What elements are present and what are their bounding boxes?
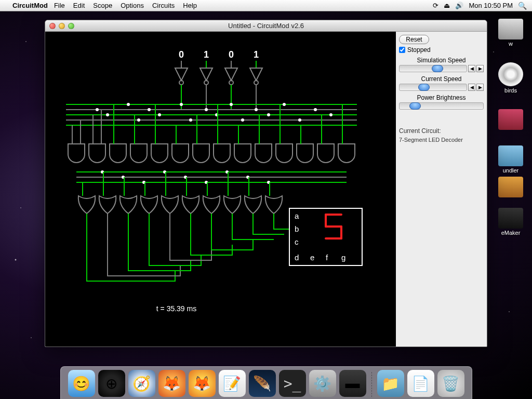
input-bit-0: 0	[179, 49, 184, 60]
titlebar[interactable]: Untitled - CircuitMod v2.6	[45, 20, 487, 32]
svg-text:e: e	[310, 253, 314, 262]
svg-point-17	[127, 103, 130, 106]
seven-seg-display	[326, 215, 341, 238]
menu-options[interactable]: Options	[121, 2, 144, 9]
cur-speed-left[interactable]: ◀	[468, 84, 475, 91]
power-label: Power Brightness	[399, 94, 484, 101]
svg-point-15	[96, 108, 99, 111]
stopped-label: Stopped	[407, 46, 431, 54]
dock-trash[interactable]: 🗑️	[437, 370, 464, 397]
menubar: CircuitMod File Edit Scope Options Circu…	[0, 0, 532, 11]
svg-point-22	[189, 118, 192, 122]
svg-text:f: f	[326, 253, 328, 262]
desktop-hd[interactable]: w	[495, 19, 527, 47]
input-bit-3: 1	[254, 49, 259, 60]
menu-help[interactable]: Help	[183, 2, 197, 9]
app-window: Untitled - CircuitMod v2.6	[45, 20, 487, 347]
dock-firefox[interactable]: 🦊	[158, 370, 185, 397]
dock-safari[interactable]: 🧭	[128, 370, 155, 397]
svg-point-31	[314, 108, 317, 111]
app-menu[interactable]: CircuitMod	[12, 2, 48, 9]
svg-text:g: g	[341, 253, 345, 262]
dock-dashboard[interactable]: ⊕	[98, 370, 125, 397]
sidebar: Reset Stopped Simulation Speed ◀ ▶ Curre…	[396, 32, 487, 347]
sim-speed-right[interactable]: ▶	[476, 65, 484, 72]
svg-text:c: c	[295, 237, 299, 246]
desktop-disc[interactable]: birds	[495, 62, 527, 94]
desktop-ladybug[interactable]	[495, 109, 527, 131]
dock-folder[interactable]: 📁	[377, 370, 404, 397]
current-circuit-name: 7-Segment LED Decoder	[399, 137, 484, 143]
svg-point-32	[329, 113, 332, 116]
power-slider[interactable]	[399, 102, 484, 110]
sim-speed-slider[interactable]	[399, 65, 467, 72]
cur-speed-label: Current Speed	[399, 75, 484, 83]
dock-terminal[interactable]: >_	[279, 370, 306, 397]
stopped-checkbox[interactable]	[399, 47, 405, 53]
desktop-folder[interactable]: undler	[495, 145, 527, 174]
svg-point-19	[148, 108, 151, 111]
time-readout: t = 35.39 ms	[45, 304, 308, 313]
dock-finder[interactable]: 😊	[68, 370, 95, 397]
timemachine-icon[interactable]: ⟳	[433, 2, 438, 9]
sim-speed-label: Simulation Speed	[399, 57, 484, 64]
menu-circuits[interactable]: Circuits	[152, 2, 175, 9]
svg-point-20	[158, 113, 161, 116]
spotlight-icon[interactable]: 🔍	[518, 2, 527, 10]
current-circuit-title: Current Circuit:	[399, 127, 484, 135]
desktop-gamemaker[interactable]: eMaker	[495, 208, 527, 236]
sim-speed-left[interactable]: ◀	[468, 65, 475, 72]
cur-speed-slider[interactable]	[399, 84, 467, 91]
stopped-checkbox-row[interactable]: Stopped	[399, 46, 484, 54]
volume-icon[interactable]: 🔊	[455, 2, 463, 9]
svg-text:d: d	[295, 253, 299, 262]
dock: 😊 ⊕ 🧭 🦊 🦊 📝 🪶 >_ ⚙️ ▬ 📁 📄 🗑️	[0, 366, 532, 399]
menubar-clock[interactable]: Mon 10:50 PM	[469, 2, 513, 9]
svg-text:a: a	[295, 211, 299, 220]
dock-textedit[interactable]: 📝	[219, 370, 246, 397]
svg-point-16	[106, 113, 109, 116]
svg-point-18	[137, 118, 140, 122]
dock-firefox-alt[interactable]: 🦊	[189, 370, 216, 397]
svg-point-21	[180, 103, 183, 106]
svg-point-30	[298, 118, 301, 122]
menu-edit[interactable]: Edit	[73, 2, 85, 9]
dock-chip[interactable]: ▬	[339, 370, 366, 397]
dock-photoshop[interactable]: 🪶	[249, 370, 276, 397]
window-title: Untitled - CircuitMod v2.6	[45, 22, 487, 30]
dock-sysprefs[interactable]: ⚙️	[309, 370, 336, 397]
svg-point-28	[267, 113, 270, 116]
svg-text:b: b	[295, 224, 299, 233]
dock-separator	[371, 372, 372, 397]
menu-file[interactable]: File	[54, 2, 65, 9]
svg-point-26	[241, 118, 244, 122]
svg-point-25	[230, 103, 233, 106]
svg-point-29	[283, 103, 286, 106]
input-bit-2: 0	[229, 49, 234, 60]
svg-point-23	[205, 108, 208, 111]
eject-icon[interactable]: ⏏	[444, 2, 450, 9]
menu-scope[interactable]: Scope	[93, 2, 112, 9]
dock-documents[interactable]: 📄	[407, 370, 434, 397]
cur-speed-right[interactable]: ▶	[476, 84, 484, 91]
reset-button[interactable]: Reset	[399, 35, 429, 44]
desktop-box[interactable]	[495, 177, 527, 198]
circuit-canvas[interactable]: 0 1 0 1	[45, 32, 396, 347]
input-bit-1: 1	[204, 49, 209, 60]
svg-point-27	[255, 108, 258, 111]
